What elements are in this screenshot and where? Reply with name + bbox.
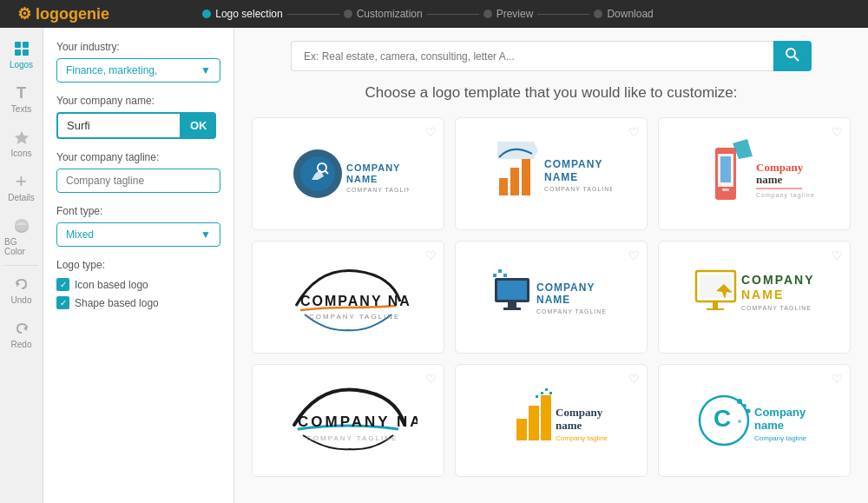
- svg-text:Company: Company: [756, 161, 804, 174]
- svg-rect-34: [497, 281, 527, 300]
- logo-preview-8: Company name Company tagline: [464, 374, 638, 467]
- step-dot-1: [202, 10, 211, 18]
- logo-card-9[interactable]: ♡ C Company name Company tagline: [658, 364, 851, 477]
- svg-marker-6: [16, 281, 20, 287]
- search-bar: [291, 41, 812, 71]
- svg-rect-26: [722, 189, 729, 191]
- heart-icon-5[interactable]: ♡: [628, 248, 640, 262]
- heart-icon-4[interactable]: ♡: [425, 248, 437, 262]
- svg-text:name: name: [556, 419, 582, 432]
- sidebar-item-icons-label: Icons: [11, 149, 32, 158]
- svg-text:Company: Company: [556, 406, 603, 419]
- logo-preview-6: COMPANY NAME COMPANY TAGLINE: [667, 250, 841, 344]
- sidebar-item-undo[interactable]: Undo: [0, 268, 43, 312]
- svg-rect-46: [707, 308, 724, 310]
- svg-text:COMPANY TAGLINE: COMPANY TAGLINE: [741, 305, 812, 311]
- icons-icon: [12, 128, 31, 147]
- ok-button[interactable]: OK: [181, 112, 216, 139]
- tagline-field-group: Your company tagline:: [56, 151, 220, 193]
- heart-icon-9[interactable]: ♡: [832, 372, 843, 386]
- svg-point-8: [786, 49, 795, 57]
- logo-type-label: Logo type:: [56, 259, 220, 271]
- checkbox-icon-checked: ✓: [56, 278, 69, 291]
- step-line-1: [287, 14, 339, 15]
- sidebar-item-details[interactable]: + Details: [0, 165, 43, 209]
- step-preview[interactable]: Preview: [483, 8, 534, 20]
- logo-card-7[interactable]: ♡ COMPANY NA COMPANY TAGLINE: [252, 364, 444, 477]
- logo-card-3[interactable]: ♡ Company name Company tagline: [658, 117, 851, 230]
- step-download[interactable]: Download: [594, 8, 653, 20]
- checkbox-shape-checked: ✓: [56, 296, 69, 309]
- heart-icon-6[interactable]: ♡: [832, 248, 843, 262]
- search-icon: [786, 48, 799, 62]
- logo-card-8[interactable]: ♡ Company name Company tagline: [455, 364, 648, 477]
- heart-icon-1[interactable]: ♡: [425, 125, 437, 139]
- sidebar-item-icons[interactable]: Icons: [0, 121, 43, 165]
- svg-rect-36: [503, 308, 521, 310]
- search-button[interactable]: [773, 41, 812, 71]
- svg-text:Company tagline: Company tagline: [756, 192, 815, 199]
- steps-nav: Logo selection Customization Preview Dow…: [109, 8, 746, 20]
- right-content: Choose a logo template that you would li…: [234, 28, 868, 503]
- svg-text:Company tagline: Company tagline: [556, 434, 608, 442]
- svg-text:COMPANY TAGLINE: COMPANY TAGLINE: [536, 308, 607, 314]
- search-input[interactable]: [291, 41, 773, 71]
- step-logo-selection[interactable]: Logo selection: [202, 8, 282, 20]
- undo-icon: [12, 275, 31, 294]
- logo-card-1[interactable]: ♡ COMPANY NAME COMPANY TAGLINE: [252, 117, 444, 230]
- tagline-input[interactable]: [56, 169, 220, 193]
- svg-rect-3: [23, 50, 29, 56]
- svg-rect-44: [700, 275, 732, 298]
- svg-text:NAME: NAME: [544, 171, 578, 183]
- sidebar-item-logos[interactable]: Logos: [0, 32, 43, 76]
- svg-text:COMPANY NA: COMPANY NA: [300, 294, 411, 308]
- heart-icon-8[interactable]: ♡: [628, 372, 640, 386]
- svg-line-9: [794, 56, 799, 61]
- logo-card-2[interactable]: ♡ COMPANY NAME COMPANY TAGLINE: [455, 117, 648, 230]
- industry-label: Your industry:: [56, 41, 220, 53]
- svg-rect-35: [508, 302, 516, 308]
- heart-icon-7[interactable]: ♡: [425, 372, 437, 386]
- texts-icon: T: [12, 83, 31, 103]
- sidebar-item-texts[interactable]: T Texts: [0, 76, 43, 121]
- svg-rect-55: [541, 395, 551, 440]
- svg-text:COMPANY TAGLINE: COMPANY TAGLINE: [346, 187, 409, 193]
- industry-dropdown[interactable]: Finance, marketing, ▼: [56, 58, 220, 83]
- checkbox-shape-based[interactable]: ✓ Shape based logo: [56, 296, 220, 309]
- logo-type-field-group: Logo type: ✓ Icon based logo ✓ Shape bas…: [56, 259, 220, 309]
- app-logo: ⚙ logogenie: [17, 4, 109, 23]
- step-label-3: Preview: [496, 8, 534, 20]
- logo-preview-7: COMPANY NA COMPANY TAGLINE: [261, 374, 435, 467]
- logo-card-6[interactable]: ♡ COMPANY NAME COMPANY TAGLINE: [658, 241, 851, 354]
- heart-icon-3[interactable]: ♡: [832, 125, 843, 139]
- logo-preview-3: Company name Company tagline: [667, 127, 841, 221]
- step-label-4: Download: [607, 8, 653, 20]
- svg-rect-37: [493, 274, 496, 277]
- step-customization[interactable]: Customization: [344, 8, 423, 20]
- sidebar-item-redo-label: Redo: [11, 340, 32, 349]
- svg-point-65: [737, 399, 742, 404]
- svg-rect-25: [720, 156, 731, 182]
- logo-card-4[interactable]: ♡ COMPANY NA COMPANY TAGLINE: [252, 241, 444, 354]
- company-name-input[interactable]: [56, 112, 181, 139]
- svg-text:NAME: NAME: [346, 174, 378, 184]
- checkbox-icon-based[interactable]: ✓ Icon based logo: [56, 278, 220, 291]
- logo-card-5[interactable]: ♡ COMPANY NAME COMPANY TAGLINE: [455, 241, 648, 354]
- svg-text:COMPANY NA: COMPANY NA: [298, 414, 418, 430]
- sidebar-item-details-label: Details: [8, 193, 35, 202]
- svg-rect-19: [522, 159, 530, 195]
- industry-value: Finance, marketing,: [66, 64, 157, 76]
- step-line-2: [427, 14, 479, 15]
- details-icon: +: [12, 172, 31, 191]
- company-name-field-group: Your company name: OK: [56, 95, 220, 139]
- sidebar-item-bg-color[interactable]: BG Color: [0, 209, 43, 263]
- bg-color-icon: [12, 216, 31, 235]
- svg-text:COMPANY: COMPANY: [536, 281, 595, 294]
- svg-rect-59: [536, 395, 538, 398]
- font-type-dropdown[interactable]: Mixed ▼: [56, 222, 220, 247]
- font-type-chevron-icon: ▼: [201, 228, 211, 241]
- sidebar-item-redo[interactable]: Redo: [0, 312, 43, 356]
- logo-icon: ⚙: [17, 5, 31, 23]
- heart-icon-2[interactable]: ♡: [628, 125, 640, 139]
- svg-point-67: [746, 408, 751, 413]
